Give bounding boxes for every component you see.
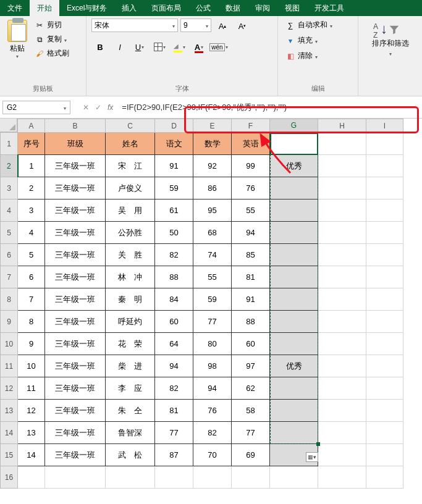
result-cell[interactable] xyxy=(270,288,318,311)
result-cell[interactable] xyxy=(270,400,318,422)
col-header-C[interactable]: C xyxy=(106,119,155,133)
cell[interactable] xyxy=(366,244,403,266)
table-cell[interactable]: 宋 江 xyxy=(106,155,155,177)
table-cell[interactable]: 三年级一班 xyxy=(45,155,106,177)
border-button[interactable] xyxy=(151,40,168,54)
cell[interactable] xyxy=(45,466,106,489)
fill-color-button[interactable] xyxy=(171,40,188,54)
shrink-font-button[interactable]: A▾ xyxy=(234,19,251,33)
font-color-button[interactable]: A xyxy=(190,40,208,54)
table-cell[interactable]: 92 xyxy=(193,155,232,177)
table-cell[interactable]: 鲁智深 xyxy=(106,422,155,444)
table-cell[interactable]: 3 xyxy=(18,200,45,222)
table-cell[interactable]: 卢俊义 xyxy=(106,177,155,200)
cell[interactable] xyxy=(366,400,403,422)
table-cell[interactable]: 关 胜 xyxy=(106,244,155,266)
table-cell[interactable]: 69 xyxy=(232,444,270,466)
tab-8[interactable]: 视图 xyxy=(277,0,307,16)
table-cell[interactable]: 60 xyxy=(155,311,193,333)
cell[interactable] xyxy=(366,155,403,177)
table-cell[interactable]: 50 xyxy=(155,222,193,244)
table-cell[interactable]: 2 xyxy=(18,177,45,200)
row-header[interactable]: 15 xyxy=(1,444,18,466)
table-cell[interactable]: 呼延灼 xyxy=(106,311,155,333)
cell[interactable] xyxy=(318,266,366,288)
table-cell[interactable]: 三年级一班 xyxy=(45,400,106,422)
table-cell[interactable]: 59 xyxy=(193,288,232,311)
cell[interactable] xyxy=(318,244,366,266)
tab-0[interactable]: 文件 xyxy=(0,0,30,16)
table-cell[interactable]: 85 xyxy=(232,244,270,266)
result-cell[interactable] xyxy=(270,377,318,400)
header-cell[interactable]: 语文 xyxy=(155,133,193,155)
table-cell[interactable]: 三年级一班 xyxy=(45,444,106,466)
table-cell[interactable]: 14 xyxy=(18,444,45,466)
cell[interactable] xyxy=(366,422,403,444)
cell[interactable] xyxy=(318,155,366,177)
table-cell[interactable]: 77 xyxy=(232,422,270,444)
table-cell[interactable]: 林 冲 xyxy=(106,266,155,288)
table-cell[interactable]: 91 xyxy=(155,155,193,177)
cell[interactable] xyxy=(366,288,403,311)
table-cell[interactable]: 武 松 xyxy=(106,444,155,466)
formula-bar[interactable]: =IF(D2>90,IF(E2>90,IF(F2>90,"优秀",""),"")… xyxy=(118,101,422,114)
cell[interactable] xyxy=(318,311,366,333)
table-cell[interactable]: 84 xyxy=(155,288,193,311)
copy-dropdown[interactable] xyxy=(64,35,67,44)
font-name-select[interactable]: 宋体 xyxy=(91,19,178,32)
cell[interactable] xyxy=(366,200,403,222)
cell[interactable] xyxy=(318,400,366,422)
result-cell[interactable] xyxy=(270,311,318,333)
cell[interactable] xyxy=(318,377,366,400)
table-cell[interactable]: 99 xyxy=(232,155,270,177)
table-cell[interactable]: 8 xyxy=(18,311,45,333)
table-cell[interactable]: 柴 进 xyxy=(106,355,155,377)
tab-1[interactable]: 开始 xyxy=(30,0,59,16)
result-cell[interactable] xyxy=(270,222,318,244)
table-cell[interactable]: 76 xyxy=(232,177,270,200)
row-header[interactable]: 8 xyxy=(1,288,18,311)
sort-filter-button[interactable]: AZ↓ 排序和筛选 xyxy=(369,19,411,60)
result-cell[interactable] xyxy=(270,333,318,355)
cell[interactable] xyxy=(232,466,270,489)
paste-button[interactable]: 粘贴 xyxy=(5,19,30,61)
underline-button[interactable]: U xyxy=(131,40,148,54)
col-header-F[interactable]: F xyxy=(232,119,270,133)
clear-button[interactable]: ◧ 清除 xyxy=(283,49,335,62)
table-cell[interactable]: 55 xyxy=(193,266,232,288)
grow-font-button[interactable]: A▴ xyxy=(214,19,231,33)
table-cell[interactable]: 1 xyxy=(18,155,45,177)
table-cell[interactable]: 88 xyxy=(155,266,193,288)
fx-icon[interactable]: fx xyxy=(108,103,113,112)
table-cell[interactable]: 7 xyxy=(18,288,45,311)
table-cell[interactable]: 三年级一班 xyxy=(45,422,106,444)
row-header[interactable]: 1 xyxy=(1,133,18,155)
table-cell[interactable]: 花 荣 xyxy=(106,333,155,355)
table-cell[interactable]: 三年级一班 xyxy=(45,355,106,377)
tab-7[interactable]: 审阅 xyxy=(248,0,277,16)
table-cell[interactable]: 77 xyxy=(193,311,232,333)
table-cell[interactable]: 59 xyxy=(155,177,193,200)
row-header[interactable]: 10 xyxy=(1,333,18,355)
table-cell[interactable]: 62 xyxy=(232,377,270,400)
cut-button[interactable]: ✂ 剪切 xyxy=(32,19,72,32)
table-cell[interactable]: 97 xyxy=(232,355,270,377)
bold-button[interactable]: B xyxy=(91,40,109,54)
table-cell[interactable]: 公孙胜 xyxy=(106,222,155,244)
table-cell[interactable]: 12 xyxy=(18,400,45,422)
table-cell[interactable]: 9 xyxy=(18,333,45,355)
cell[interactable] xyxy=(155,466,193,489)
table-cell[interactable]: 朱 仝 xyxy=(106,400,155,422)
result-cell[interactable] xyxy=(270,244,318,266)
table-cell[interactable]: 吴 用 xyxy=(106,200,155,222)
cell[interactable] xyxy=(366,377,403,400)
header-cell[interactable]: 班级 xyxy=(45,133,106,155)
table-cell[interactable]: 58 xyxy=(232,400,270,422)
table-cell[interactable]: 三年级一班 xyxy=(45,177,106,200)
paste-dropdown[interactable] xyxy=(16,54,19,59)
name-box[interactable]: G2 xyxy=(2,101,70,114)
confirm-icon[interactable]: ✓ xyxy=(95,103,101,112)
table-cell[interactable]: 77 xyxy=(155,422,193,444)
cell[interactable] xyxy=(366,222,403,244)
table-cell[interactable]: 81 xyxy=(232,266,270,288)
